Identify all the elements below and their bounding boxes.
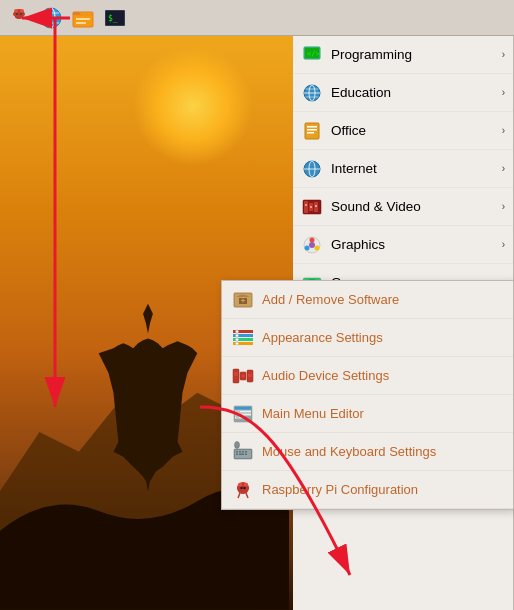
svg-rect-27 [305, 123, 319, 139]
submenu-item-main-menu[interactable]: Main Menu Editor [222, 395, 513, 433]
svg-point-118 [240, 486, 242, 488]
education-arrow: › [502, 87, 505, 98]
add-remove-label: Add / Remove Software [262, 292, 399, 307]
preferences-submenu: Add / Remove Software Appearance Setting… [221, 280, 514, 510]
svg-rect-98 [236, 411, 240, 412]
svg-point-42 [310, 237, 315, 242]
svg-point-44 [315, 245, 320, 250]
svg-point-84 [236, 334, 239, 337]
mouse-keyboard-label: Mouse and Keyboard Settings [262, 444, 436, 459]
svg-rect-40 [315, 205, 317, 207]
svg-text:</>: </> [307, 50, 320, 58]
education-icon [301, 82, 323, 104]
svg-rect-100 [236, 417, 239, 418]
svg-rect-28 [307, 126, 317, 128]
svg-rect-15 [76, 22, 86, 24]
svg-rect-107 [236, 453, 238, 455]
submenu-item-raspi-config[interactable]: Raspberry Pi Configuration [222, 471, 513, 509]
education-label: Education [331, 85, 494, 100]
graphics-label: Graphics [331, 237, 494, 252]
svg-rect-14 [76, 18, 90, 20]
office-label: Office [331, 123, 494, 138]
svg-rect-38 [305, 204, 307, 206]
office-arrow: › [502, 125, 505, 136]
svg-rect-78 [243, 298, 244, 302]
svg-rect-106 [245, 451, 247, 453]
sound-video-arrow: › [502, 201, 505, 212]
audio-icon [232, 365, 254, 387]
svg-rect-99 [236, 414, 242, 415]
main-menu-label: Main Menu Editor [262, 406, 364, 421]
svg-rect-29 [307, 129, 317, 131]
svg-point-85 [236, 338, 239, 341]
svg-point-86 [236, 342, 239, 345]
menu-item-education[interactable]: Education › [293, 74, 513, 112]
appearance-icon [232, 327, 254, 349]
taskbar: $_ [0, 0, 514, 36]
file-manager-icon[interactable] [68, 3, 98, 33]
svg-point-119 [243, 486, 245, 488]
svg-text:$_: $_ [108, 14, 118, 23]
svg-point-6 [16, 13, 18, 15]
svg-line-121 [246, 493, 248, 498]
internet-arrow: › [502, 163, 505, 174]
graphics-icon [301, 234, 323, 256]
appearance-label: Appearance Settings [262, 330, 383, 345]
raspi-config-label: Raspberry Pi Configuration [262, 482, 418, 497]
menu-item-sound-video[interactable]: Sound & Video › [293, 188, 513, 226]
svg-point-7 [20, 13, 22, 15]
submenu-item-mouse-keyboard[interactable]: Mouse and Keyboard Settings [222, 433, 513, 471]
svg-rect-35 [304, 201, 308, 213]
submenu-item-audio[interactable]: Audio Device Settings [222, 357, 513, 395]
svg-rect-92 [248, 374, 252, 377]
programming-icon: </> [301, 44, 323, 66]
svg-rect-109 [245, 453, 247, 455]
programming-label: Programming [331, 47, 494, 62]
menu-item-internet[interactable]: Internet › [293, 150, 513, 188]
web-browser-icon[interactable] [36, 3, 66, 33]
mouse-keyboard-icon [232, 441, 254, 463]
menu-item-programming[interactable]: </> Programming › [293, 36, 513, 74]
svg-rect-104 [239, 451, 241, 453]
raspberry-menu-icon[interactable] [4, 3, 34, 33]
internet-label: Internet [331, 161, 494, 176]
add-remove-icon [232, 289, 254, 311]
svg-point-117 [239, 486, 248, 493]
graphics-arrow: › [502, 239, 505, 250]
svg-rect-103 [236, 451, 238, 453]
terminal-icon[interactable]: $_ [100, 3, 130, 33]
sound-video-icon [301, 196, 323, 218]
main-area: </> Programming › Education › [0, 36, 514, 610]
svg-point-45 [309, 242, 315, 248]
raspi-config-icon [232, 479, 254, 501]
internet-icon [301, 158, 323, 180]
svg-rect-91 [241, 375, 245, 377]
svg-rect-90 [234, 372, 238, 376]
menu-item-graphics[interactable]: Graphics › [293, 226, 513, 264]
submenu-item-appearance[interactable]: Appearance Settings [222, 319, 513, 357]
svg-rect-105 [242, 451, 244, 453]
svg-rect-39 [310, 206, 312, 208]
svg-rect-94 [235, 407, 251, 410]
sound-video-label: Sound & Video [331, 199, 494, 214]
menu-item-office[interactable]: Office › [293, 112, 513, 150]
office-icon [301, 120, 323, 142]
audio-label: Audio Device Settings [262, 368, 389, 383]
programming-arrow: › [502, 49, 505, 60]
svg-rect-108 [239, 453, 244, 455]
svg-point-43 [305, 245, 310, 250]
main-menu-icon [232, 403, 254, 425]
submenu-item-add-remove[interactable]: Add / Remove Software [222, 281, 513, 319]
svg-rect-30 [307, 132, 314, 134]
svg-point-83 [236, 330, 239, 333]
svg-line-120 [238, 493, 240, 498]
